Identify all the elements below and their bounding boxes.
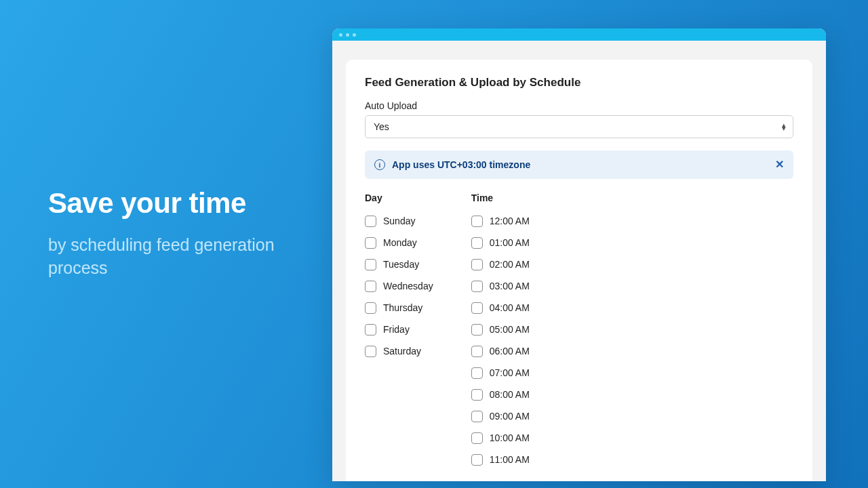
info-icon: i: [374, 159, 385, 170]
time-checkbox[interactable]: [471, 237, 483, 249]
time-row: 05:00 AM: [471, 319, 530, 340]
day-row: Wednesday: [365, 275, 433, 297]
day-label: Sunday: [383, 216, 415, 226]
day-header: Day: [365, 192, 433, 203]
time-checkbox[interactable]: [471, 302, 483, 314]
day-label: Monday: [383, 237, 417, 248]
time-checkbox[interactable]: [471, 411, 483, 422]
schedule-card: Feed Generation & Upload by Schedule Aut…: [346, 60, 812, 481]
day-column: Day SundayMondayTuesdayWednesdayThursday…: [365, 192, 433, 470]
day-row: Thursday: [365, 297, 433, 319]
time-row: 06:00 AM: [471, 340, 530, 362]
day-checkbox[interactable]: [365, 302, 376, 314]
time-checkbox[interactable]: [471, 389, 483, 401]
time-checkbox[interactable]: [471, 346, 483, 357]
time-label: 07:00 AM: [490, 367, 530, 378]
time-row: 11:00 AM: [471, 449, 530, 470]
close-icon[interactable]: ✕: [775, 159, 784, 170]
time-row: 07:00 AM: [471, 362, 530, 384]
time-label: 12:00 AM: [490, 216, 530, 226]
day-checkbox[interactable]: [365, 346, 376, 357]
time-checkbox[interactable]: [471, 259, 483, 270]
time-label: 04:00 AM: [490, 302, 530, 313]
time-row: 10:00 AM: [471, 427, 530, 449]
timezone-banner: i App uses UTC+03:00 timezone ✕: [365, 150, 793, 179]
time-label: 03:00 AM: [490, 281, 530, 291]
day-checkbox[interactable]: [365, 324, 376, 336]
time-row: 12:00 AM: [471, 210, 530, 232]
time-checkbox[interactable]: [471, 324, 483, 336]
time-label: 02:00 AM: [490, 259, 530, 270]
time-row: 08:00 AM: [471, 384, 530, 405]
promo-subline: by scheduling feed generation process: [48, 234, 292, 280]
content-pane: Feed Generation & Upload by Schedule Aut…: [332, 41, 826, 481]
select-chevron-icon: ▴▾: [782, 123, 786, 130]
day-row: Monday: [365, 232, 433, 253]
auto-upload-value: Yes: [374, 121, 389, 132]
time-label: 06:00 AM: [490, 346, 530, 357]
time-checkbox[interactable]: [471, 216, 483, 227]
time-label: 05:00 AM: [490, 324, 530, 335]
traffic-light-icon: [339, 33, 342, 37]
day-label: Wednesday: [383, 281, 433, 291]
schedule-columns: Day SundayMondayTuesdayWednesdayThursday…: [365, 192, 793, 470]
auto-upload-label: Auto Upload: [365, 100, 793, 111]
time-label: 11:00 AM: [490, 454, 530, 465]
marketing-canvas: Save your time by scheduling feed genera…: [0, 0, 868, 488]
auto-upload-select[interactable]: Yes ▴▾: [365, 115, 793, 138]
window-titlebar: [332, 28, 826, 41]
time-header: Time: [471, 192, 530, 203]
day-row: Sunday: [365, 210, 433, 232]
day-label: Tuesday: [383, 259, 419, 270]
day-label: Thursday: [383, 302, 422, 313]
time-label: 01:00 AM: [490, 237, 530, 248]
time-row: 09:00 AM: [471, 405, 530, 427]
day-label: Friday: [383, 324, 410, 335]
time-row: 01:00 AM: [471, 232, 530, 253]
app-window: Feed Generation & Upload by Schedule Aut…: [332, 28, 826, 481]
time-checkbox[interactable]: [471, 454, 483, 466]
promo-copy: Save your time by scheduling feed genera…: [48, 188, 292, 280]
time-label: 08:00 AM: [490, 389, 530, 400]
day-row: Tuesday: [365, 253, 433, 275]
time-label: 10:00 AM: [490, 432, 530, 443]
time-column: Time 12:00 AM01:00 AM02:00 AM03:00 AM04:…: [471, 192, 530, 470]
time-checkbox[interactable]: [471, 367, 483, 379]
time-row: 03:00 AM: [471, 275, 530, 297]
traffic-light-icon: [346, 33, 349, 37]
time-row: 02:00 AM: [471, 253, 530, 275]
day-row: Saturday: [365, 340, 433, 362]
day-checkbox[interactable]: [365, 216, 376, 227]
card-title: Feed Generation & Upload by Schedule: [365, 76, 793, 89]
day-checkbox[interactable]: [365, 259, 376, 270]
time-checkbox[interactable]: [471, 281, 483, 292]
time-row: 04:00 AM: [471, 297, 530, 319]
day-checkbox[interactable]: [365, 281, 376, 292]
traffic-light-icon: [353, 33, 356, 37]
time-checkbox[interactable]: [471, 432, 483, 444]
day-checkbox[interactable]: [365, 237, 376, 249]
promo-headline: Save your time: [48, 188, 292, 219]
day-row: Friday: [365, 319, 433, 340]
day-label: Saturday: [383, 346, 421, 357]
time-label: 09:00 AM: [490, 411, 530, 422]
banner-text: App uses UTC+03:00 timezone: [392, 159, 530, 170]
